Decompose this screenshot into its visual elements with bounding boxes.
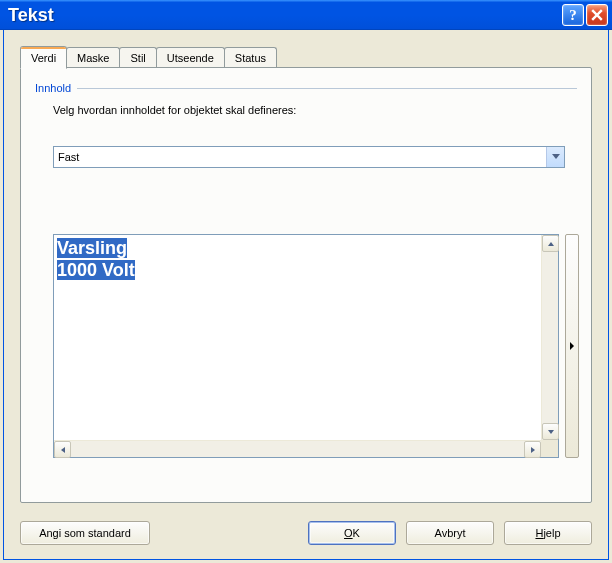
expand-side-button[interactable] <box>565 234 579 458</box>
content-line: 1000 Volt <box>57 260 135 280</box>
tab-utseende[interactable]: Utseende <box>156 47 225 68</box>
tab-verdi[interactable]: Verdi <box>20 46 67 69</box>
tab-stil[interactable]: Stil <box>119 47 156 68</box>
titlebar-buttons: ? <box>562 4 608 26</box>
scroll-corner <box>541 440 558 457</box>
tab-label: Utseende <box>167 52 214 64</box>
scroll-down-icon[interactable] <box>542 423 559 440</box>
group-innhold: Innhold Velg hvordan innholdet for objek… <box>35 82 577 116</box>
ok-button[interactable]: OK <box>308 521 396 545</box>
titlebar: Tekst ? <box>0 0 612 30</box>
help-icon[interactable]: ? <box>562 4 584 26</box>
help-button[interactable]: Hjelp <box>504 521 592 545</box>
horizontal-scrollbar[interactable] <box>54 440 541 457</box>
button-label: OK <box>344 527 360 539</box>
tabstrip: Verdi Maske Stil Utseende Status <box>20 46 592 68</box>
content-type-combo[interactable]: Fast <box>53 146 565 168</box>
scroll-left-icon[interactable] <box>54 441 71 458</box>
content-line: Varsling <box>57 238 127 258</box>
tab-label: Stil <box>130 52 145 64</box>
button-label: Avbryt <box>435 527 466 539</box>
textarea-body[interactable]: Varsling 1000 Volt <box>54 235 541 440</box>
window-title: Tekst <box>8 5 562 26</box>
tab-label: Verdi <box>31 52 56 64</box>
dialog-client: Verdi Maske Stil Utseende Status Innhold… <box>3 30 609 560</box>
set-default-button[interactable]: Angi som standard <box>20 521 150 545</box>
scroll-up-icon[interactable] <box>542 235 559 252</box>
dialog-button-row: Angi som standard OK Avbryt Hjelp <box>20 521 592 545</box>
group-label: Innhold <box>35 82 71 94</box>
combo-value: Fast <box>58 151 79 163</box>
tab-maske[interactable]: Maske <box>66 47 120 68</box>
button-label: Hjelp <box>535 527 560 539</box>
tab-label: Maske <box>77 52 109 64</box>
content-textarea[interactable]: Varsling 1000 Volt <box>53 234 559 458</box>
divider <box>77 88 577 89</box>
tab-status[interactable]: Status <box>224 47 277 68</box>
instruction-text: Velg hvordan innholdet for objektet skal… <box>53 104 577 116</box>
cancel-button[interactable]: Avbryt <box>406 521 494 545</box>
tab-label: Status <box>235 52 266 64</box>
chevron-down-icon <box>546 147 564 167</box>
button-label: Angi som standard <box>39 527 131 539</box>
scroll-right-icon[interactable] <box>524 441 541 458</box>
tab-panel-verdi: Innhold Velg hvordan innholdet for objek… <box>20 67 592 503</box>
close-icon[interactable] <box>586 4 608 26</box>
vertical-scrollbar[interactable] <box>541 235 558 440</box>
